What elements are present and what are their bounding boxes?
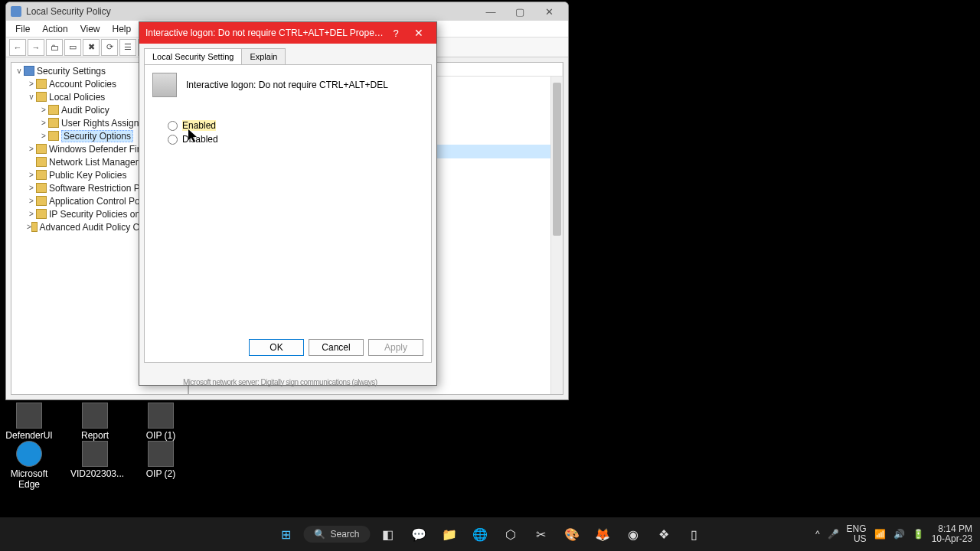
close-button[interactable]: ✕ xyxy=(534,3,564,20)
tray-chevron-icon[interactable]: ^ xyxy=(815,529,820,540)
app-icon xyxy=(11,6,21,17)
dialog-title: Interactive logon: Do not require CTRL+A… xyxy=(145,28,384,38)
desktop-icon-oip2[interactable]: OIP (2) xyxy=(136,441,185,490)
vertical-scrollbar[interactable] xyxy=(550,77,563,394)
search-label: Search xyxy=(330,529,359,540)
dialog-close-button[interactable]: ✕ xyxy=(407,27,430,39)
desktop-icons-row2: Microsoft Edge VID202303... OIP (2) xyxy=(5,441,185,490)
clock[interactable]: 8:14 PM10-Apr-23 xyxy=(932,524,972,544)
dialog-tabpage: Interactive logon: Do not require CTRL+A… xyxy=(144,64,432,363)
menu-view[interactable]: View xyxy=(74,22,106,36)
folder-icon xyxy=(36,183,47,193)
desktop-icon-report[interactable]: Report xyxy=(70,403,119,441)
folder-icon xyxy=(36,144,47,154)
tree-item-label: Local Policies xyxy=(49,92,105,103)
tree-item-label: Security Options xyxy=(61,130,133,142)
desktop-icons-row1: DefenderUI Report OIP (1) xyxy=(5,403,185,441)
tree-item-label: Audit Policy xyxy=(61,105,109,116)
forward-button[interactable]: → xyxy=(28,39,44,56)
desktop-icon-edge[interactable]: Microsoft Edge xyxy=(5,441,54,490)
menu-help[interactable]: Help xyxy=(106,22,138,36)
taskbar-search[interactable]: 🔍 Search xyxy=(303,526,370,543)
radio-disabled-input[interactable] xyxy=(168,135,178,145)
folder-icon xyxy=(36,79,47,89)
start-button[interactable]: ⊞ xyxy=(273,521,299,547)
folder-icon xyxy=(36,92,47,102)
tab-explain[interactable]: Explain xyxy=(241,48,286,64)
battery-icon[interactable]: 🔋 xyxy=(913,529,924,540)
delete-button[interactable]: ✖ xyxy=(83,39,100,56)
menu-action[interactable]: Action xyxy=(36,22,74,36)
desktop-icon-vid[interactable]: VID202303... xyxy=(70,441,119,490)
wifi-icon[interactable]: 📶 xyxy=(874,529,886,540)
cube-icon[interactable]: ⬡ xyxy=(498,521,524,547)
folder-icon xyxy=(36,157,47,167)
back-button[interactable]: ← xyxy=(9,39,26,56)
up-button[interactable]: 🗀 xyxy=(46,39,63,56)
radio-disabled-label: Disabled xyxy=(182,134,218,145)
language-indicator[interactable]: ENGUS xyxy=(847,524,867,544)
window-title: Local Security Policy xyxy=(26,6,476,17)
folder-icon xyxy=(36,170,47,180)
scrollbar-thumb[interactable] xyxy=(553,83,561,236)
policy-icon xyxy=(152,73,177,97)
search-icon: 🔍 xyxy=(314,529,325,540)
properties-dialog: Interactive logon: Do not require CTRL+A… xyxy=(139,21,437,386)
maximize-button[interactable]: ▢ xyxy=(505,3,534,20)
edge-icon[interactable]: 🌐 xyxy=(467,521,493,547)
app1-icon[interactable]: ❖ xyxy=(651,521,677,547)
dialog-titlebar[interactable]: Interactive logon: Do not require CTRL+A… xyxy=(139,22,436,44)
task-view-icon[interactable]: ◧ xyxy=(375,521,401,547)
chrome-icon[interactable]: ◉ xyxy=(620,521,646,547)
folder-icon xyxy=(36,196,47,206)
radio-disabled[interactable]: Disabled xyxy=(168,134,423,145)
secpol-taskbar-icon[interactable]: ▯ xyxy=(681,521,707,547)
radio-enabled-input[interactable] xyxy=(168,121,178,131)
ok-button[interactable]: OK xyxy=(249,339,304,356)
system-tray[interactable]: ^ 🎤 ENGUS 📶 🔊 🔋 8:14 PM10-Apr-23 xyxy=(815,524,972,544)
explorer-icon[interactable]: 📁 xyxy=(436,521,462,547)
desktop-icon-oip1[interactable]: OIP (1) xyxy=(136,403,185,441)
tree-item-label: Public Key Policies xyxy=(49,170,126,181)
folder-icon xyxy=(48,118,59,128)
show-hide-button[interactable]: ▭ xyxy=(64,39,81,56)
folder-icon xyxy=(31,222,38,232)
volume-icon[interactable]: 🔊 xyxy=(893,529,905,540)
titlebar[interactable]: Local Security Policy — ▢ ✕ xyxy=(6,2,568,21)
policy-name: Interactive logon: Do not require CTRL+A… xyxy=(186,80,388,90)
refresh-button[interactable]: ⟳ xyxy=(101,39,118,56)
minimize-button[interactable]: — xyxy=(476,3,505,20)
firefox-icon[interactable]: 🦊 xyxy=(590,521,616,547)
snip-icon[interactable]: ✂ xyxy=(528,521,554,547)
cancel-button[interactable]: Cancel xyxy=(309,339,364,356)
dialog-tabs: Local Security Setting Explain xyxy=(139,44,436,64)
radio-enabled[interactable]: Enabled xyxy=(168,120,423,131)
dialog-help-button[interactable]: ? xyxy=(384,28,407,39)
folder-icon xyxy=(48,131,59,141)
shield-icon xyxy=(24,66,34,76)
folder-icon xyxy=(48,105,59,115)
tree-root-label: Security Settings xyxy=(37,66,106,77)
tree-item-label: Account Policies xyxy=(49,79,116,90)
paint-icon[interactable]: 🎨 xyxy=(559,521,585,547)
taskbar: ⊞ 🔍 Search ◧ 💬 📁 🌐 ⬡ ✂ 🎨 🦊 ◉ ❖ ▯ ^ 🎤 ENG… xyxy=(0,517,980,551)
menu-file[interactable]: File xyxy=(9,22,36,36)
tab-local-security-setting[interactable]: Local Security Setting xyxy=(144,48,242,64)
export-button[interactable]: ☰ xyxy=(119,39,136,56)
chat-icon[interactable]: 💬 xyxy=(406,521,432,547)
apply-button[interactable]: Apply xyxy=(368,339,423,356)
folder-icon xyxy=(36,209,47,219)
radio-enabled-label: Enabled xyxy=(182,120,216,131)
desktop-icon-defenderui[interactable]: DefenderUI xyxy=(5,403,54,441)
microphone-icon[interactable]: 🎤 xyxy=(828,529,839,540)
truncated-policy-row: Microsoft network server: Digitally sign… xyxy=(183,378,436,386)
